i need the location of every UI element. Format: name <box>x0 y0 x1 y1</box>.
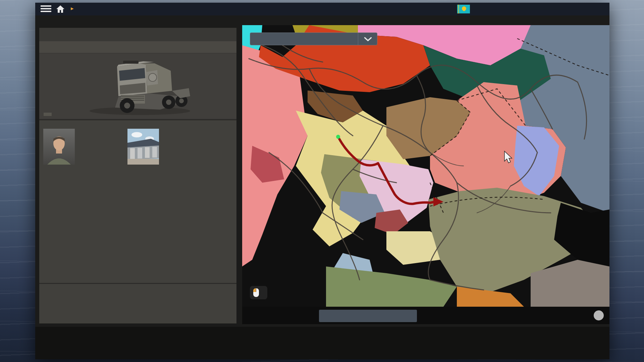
map-panel <box>242 25 609 324</box>
kazakhstan-flag <box>457 5 470 13</box>
panel-title <box>39 28 236 41</box>
truck-image <box>39 53 236 120</box>
table-view-button[interactable] <box>319 310 417 322</box>
top-bar: ▶ <box>35 3 609 15</box>
help-icon[interactable] <box>594 310 604 320</box>
europe-map[interactable] <box>242 25 609 307</box>
move-map-button[interactable] <box>250 286 267 299</box>
chevron-down-icon[interactable] <box>358 33 377 45</box>
license-plate <box>44 113 52 116</box>
driver-photo[interactable] <box>43 129 75 165</box>
truck-name <box>39 41 236 53</box>
garage-photo[interactable] <box>127 129 159 165</box>
management-toolbar <box>35 327 609 359</box>
truck-filter-dropdown[interactable] <box>250 33 377 45</box>
mouse-icon <box>253 288 259 297</box>
breadcrumb-arrow-icon: ▶ <box>71 6 73 11</box>
game-window: ▶ <box>35 3 609 359</box>
map-footer <box>242 307 609 324</box>
truck-actions-bar <box>39 283 236 323</box>
home-icon[interactable] <box>56 5 65 13</box>
truck-details-panel <box>39 28 236 323</box>
map-view-button[interactable] <box>421 310 521 322</box>
menu-icon[interactable] <box>41 5 51 13</box>
driver-garage-section <box>39 120 236 199</box>
